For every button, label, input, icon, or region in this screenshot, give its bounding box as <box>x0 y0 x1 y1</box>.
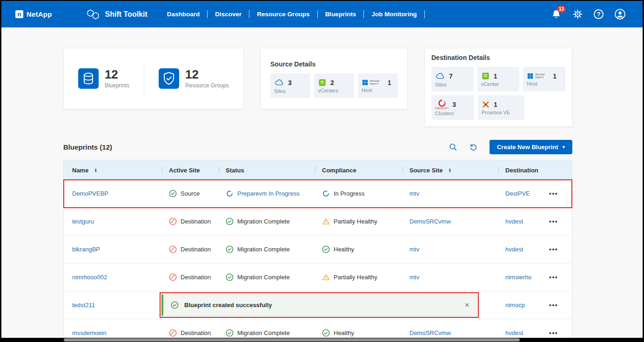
check-circle-icon <box>322 245 330 253</box>
search-button[interactable] <box>449 143 458 152</box>
column-header-name[interactable]: Name ▲▼ <box>64 160 162 180</box>
blueprints-icon <box>78 68 99 89</box>
destination-sites-count: 7 <box>449 72 453 80</box>
openshift-icon <box>438 99 446 107</box>
vcenter-icon <box>318 78 327 87</box>
nav-item-discover[interactable]: Discover <box>208 11 249 18</box>
nav-item-blueprints[interactable]: Blueprints <box>318 11 364 18</box>
row-actions-menu[interactable]: ••• <box>549 302 558 309</box>
table-row[interactable]: testguru Destination Migration Complete … <box>64 208 572 236</box>
destination-marker-icon <box>169 217 177 225</box>
row-actions-menu[interactable]: ••• <box>549 246 558 253</box>
blueprints-count-label: Blueprints <box>105 82 129 89</box>
table-row[interactable]: nimrhoso002 Destination Migration Comple… <box>64 263 572 291</box>
source-site-link[interactable]: mtv <box>409 274 419 281</box>
refresh-button[interactable] <box>469 143 478 152</box>
horizontal-scrollbar-track[interactable] <box>1 338 643 342</box>
blueprint-name-link[interactable]: testguru <box>72 218 94 225</box>
source-site-link[interactable]: mtv <box>409 190 419 197</box>
netapp-logo-icon: n <box>15 10 23 18</box>
source-sites-label: Sites <box>274 88 307 94</box>
toast-close-icon[interactable]: × <box>465 301 469 309</box>
destination-link[interactable]: hvdest <box>505 218 523 225</box>
destination-link[interactable]: hvdest <box>505 246 523 253</box>
main-content: 12 Blueprints 12 Resource Groups <box>1 27 643 338</box>
check-circle-icon <box>226 245 234 253</box>
destination-tiles-row2: OPENSHIFT 3 Clusters 1 Proxmox VE <box>431 95 565 120</box>
active-site-value: Destination <box>181 246 211 253</box>
nav-item-job-monitoring[interactable]: Job Monitoring <box>364 11 424 18</box>
destination-link[interactable]: nimsierho <box>505 274 531 281</box>
blueprint-name-link[interactable]: nimrhoso002 <box>72 274 107 281</box>
app-identity: Shift Toolkit <box>86 8 148 21</box>
table-row[interactable]: DemoPVEBP Source Preparevm In Progress I… <box>64 180 572 208</box>
cloud-icon <box>435 72 445 81</box>
main-nav: Dashboard Discover Resource Groups Bluep… <box>160 10 425 18</box>
account-button[interactable] <box>614 8 626 20</box>
user-avatar-icon <box>614 8 626 20</box>
success-toast: Blueprint created successfully × <box>161 294 477 316</box>
hyperv-icon <box>527 72 534 79</box>
hyperv-caption: Microsoft Hyper-V <box>535 73 549 79</box>
source-site-link[interactable]: DemoSRCvmw <box>409 218 451 225</box>
table-row[interactable]: mssdemoein Destination Migration Complet… <box>64 319 572 338</box>
blueprint-name-link[interactable]: tedst211 <box>72 302 95 309</box>
create-button-label: Create New Blueprint <box>497 144 558 151</box>
table-row[interactable]: tedst211 nimocp ••• Blueprint created su… <box>64 291 572 319</box>
spinner-icon <box>322 190 330 197</box>
toast-message: Blueprint created successfully <box>184 302 272 309</box>
row-actions-menu[interactable]: ••• <box>549 274 558 281</box>
source-vcenters-label: vCenters <box>318 88 350 93</box>
column-header-actions <box>545 160 573 180</box>
row-actions-menu[interactable]: ••• <box>549 218 558 225</box>
table-row[interactable]: blkrangBP Destination Migration Complete… <box>64 236 572 263</box>
destination-details-card: Destination Details 7 Sites <box>424 48 572 127</box>
destination-tiles-row1: 7 Sites 1 vCenter <box>431 67 565 92</box>
destination-clusters-tile: OPENSHIFT 3 Clusters <box>431 95 474 120</box>
warning-icon <box>322 273 330 281</box>
active-site-value: Destination <box>181 274 211 281</box>
source-site-link[interactable]: DemoSRCvmw <box>409 329 451 336</box>
create-new-blueprint-button[interactable]: Create New Blueprint ▾ <box>490 140 572 154</box>
nav-item-dashboard[interactable]: Dashboard <box>160 11 208 18</box>
destination-proxmox-label: Proxmox VE <box>482 110 521 115</box>
gear-icon <box>572 9 583 20</box>
notifications-button[interactable]: 13 <box>551 9 562 20</box>
column-header-compliance: Compliance <box>315 160 403 180</box>
column-header-destination: Destination <box>499 160 545 180</box>
blueprints-count: 12 <box>105 68 129 81</box>
status-value: Migration Complete <box>237 329 290 336</box>
active-site-value: Destination <box>181 329 211 336</box>
destination-link[interactable]: nimocp <box>505 302 525 309</box>
compliance-value: Healthy <box>334 246 354 253</box>
horizontal-scrollbar-thumb[interactable] <box>64 338 520 342</box>
totals-card: 12 Blueprints 12 Resource Groups <box>63 48 244 109</box>
column-header-source-site[interactable]: Source Site ▲▼ <box>403 160 499 180</box>
summary-cards-row: 12 Blueprints 12 Resource Groups <box>63 48 643 127</box>
row-actions-menu[interactable]: ••• <box>549 190 558 197</box>
destination-marker-icon <box>169 273 177 281</box>
blueprints-title: Blueprints (12) <box>63 143 112 151</box>
blueprint-name-link[interactable]: DemoPVEBP <box>72 190 108 197</box>
sort-icon[interactable]: ▲▼ <box>449 168 451 173</box>
blueprint-name-link[interactable]: blkrangBP <box>72 246 100 253</box>
destination-host-label: Host <box>527 81 562 86</box>
blueprints-section-header: Blueprints (12) Create New Blueprint ▾ <box>63 140 572 154</box>
blueprint-name-link[interactable]: mssdemoein <box>72 329 107 336</box>
nav-item-resource-groups[interactable]: Resource Groups <box>249 11 317 18</box>
blueprints-total-stat: 12 Blueprints <box>78 68 129 89</box>
help-button[interactable]: ? <box>594 9 604 19</box>
destination-details-title: Destination Details <box>431 54 565 61</box>
row-actions-menu[interactable]: ••• <box>549 329 558 337</box>
sort-icon[interactable]: ▲▼ <box>94 168 97 173</box>
destination-marker-icon <box>169 329 177 337</box>
destination-sites-tile: 7 Sites <box>431 67 474 92</box>
settings-button[interactable] <box>572 9 583 20</box>
netapp-brand: n NetApp <box>15 10 52 18</box>
check-circle-icon <box>226 329 234 337</box>
source-details-card: Source Details 3 Sites 2 <box>261 48 408 109</box>
source-site-link[interactable]: mtv <box>409 246 419 253</box>
destination-link[interactable]: DestPVE <box>505 190 530 197</box>
destination-link[interactable]: hvdest <box>505 329 523 336</box>
status-value: Migration Complete <box>237 246 290 253</box>
